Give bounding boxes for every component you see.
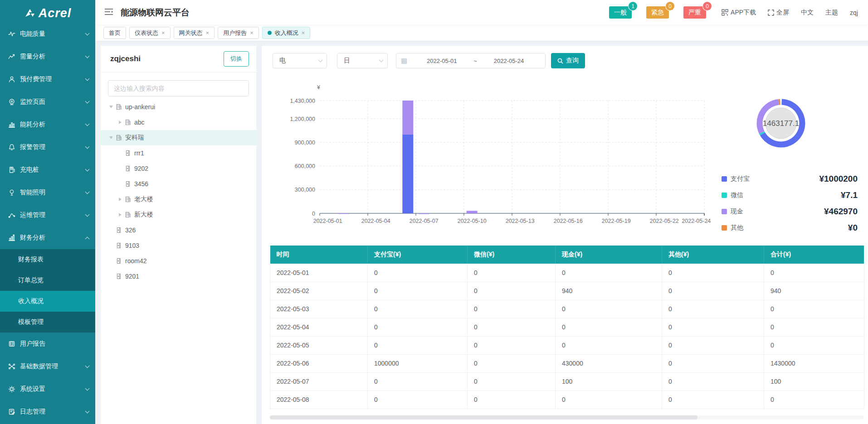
- sidebar-item-7[interactable]: 充电桩: [0, 159, 95, 181]
- language-switcher[interactable]: 中文: [801, 9, 814, 17]
- collapse-arrow-icon[interactable]: [119, 213, 122, 217]
- table-cell: 2022-05-08: [270, 390, 368, 409]
- tree-node-label: 326: [125, 226, 136, 234]
- alarm-count-badge: 1: [629, 2, 637, 10]
- acrel-logo: Acrel: [0, 0, 95, 23]
- sidebar-item-1[interactable]: 电能质量: [0, 23, 95, 45]
- alarm-pill-一般[interactable]: 一般 1: [609, 6, 632, 19]
- sidebar-subitem-财务报表[interactable]: 财务报表: [0, 249, 95, 270]
- energy-type-select[interactable]: 电: [273, 53, 327, 68]
- tree-node-老大楼[interactable]: 老大楼: [101, 192, 256, 207]
- table-row[interactable]: 2022-05-02009400940: [270, 282, 864, 300]
- tab-首页[interactable]: 首页: [103, 27, 126, 39]
- table-cell: 0: [468, 336, 556, 354]
- close-tab-icon[interactable]: ×: [206, 29, 210, 36]
- query-button[interactable]: 查询: [551, 53, 585, 68]
- sidebar-item-11[interactable]: 用户报告: [0, 332, 95, 355]
- table-row[interactable]: 2022-05-0500000: [270, 336, 864, 354]
- sidebar-item-13[interactable]: 系统设置: [0, 378, 95, 400]
- sidebar-item-9[interactable]: 运维管理: [0, 204, 95, 226]
- tree-node-room42[interactable]: room42: [101, 253, 256, 269]
- sidebar-item-4[interactable]: 监控页面: [0, 91, 95, 113]
- collapse-arrow-icon[interactable]: [119, 120, 122, 124]
- tree-search-input[interactable]: [108, 80, 249, 96]
- alarm-pill-紧急[interactable]: 紧急 0: [646, 6, 669, 19]
- log-icon: [8, 408, 15, 415]
- switch-button[interactable]: 切换: [224, 51, 249, 67]
- period-select[interactable]: 日: [337, 53, 388, 68]
- expand-arrow-icon[interactable]: [109, 106, 113, 108]
- close-tab-icon[interactable]: ×: [161, 29, 165, 36]
- table-cell: 430000: [556, 354, 662, 372]
- tree-node-9201[interactable]: 9201: [101, 269, 256, 284]
- chevron-down-icon: [318, 58, 323, 63]
- tree-node-新大楼[interactable]: 新大楼: [101, 207, 256, 222]
- table-horizontal-scrollbar[interactable]: [270, 415, 864, 419]
- sidebar-item-label: 财务分析: [20, 234, 86, 242]
- fullscreen-link[interactable]: 全屏: [768, 9, 789, 17]
- donut-legend: 支付宝 ¥1000200 微信 ¥7.1 现金 ¥462970 其他 ¥0: [722, 171, 858, 236]
- theme-switcher[interactable]: 主题: [825, 9, 838, 17]
- table-row[interactable]: 2022-05-0800000: [270, 390, 864, 409]
- tab-label: 用户报告: [223, 29, 247, 37]
- user-icon: [8, 76, 15, 83]
- table-cell: 0: [368, 336, 468, 354]
- sidebar-item-label: 充电桩: [20, 166, 86, 174]
- tree-node-326[interactable]: 326: [101, 222, 256, 238]
- table-cell: 0: [368, 390, 468, 409]
- legend-item-支付宝[interactable]: 支付宝 ¥1000200: [722, 171, 858, 187]
- sidebar-item-6[interactable]: 报警管理: [0, 136, 95, 159]
- legend-label: 其他: [731, 224, 743, 232]
- tree-node-9202[interactable]: 9202: [101, 161, 256, 176]
- user-menu[interactable]: zqj: [850, 9, 858, 16]
- tree-node-9103[interactable]: 9103: [101, 238, 256, 253]
- close-tab-icon[interactable]: ×: [250, 29, 254, 36]
- sidebar-item-8[interactable]: 智能照明: [0, 181, 95, 204]
- date-separator: ~: [473, 58, 477, 64]
- sidebar-subitem-模板管理[interactable]: 模板管理: [0, 312, 95, 332]
- date-start[interactable]: 2022-05-01: [410, 58, 473, 64]
- legend-value: ¥7.1: [841, 190, 858, 200]
- tab-收入概况[interactable]: 收入概况×: [262, 27, 311, 39]
- sidebar-item-12[interactable]: 基础数据管理: [0, 355, 95, 378]
- sidebar-item-5[interactable]: 能耗分析: [0, 113, 95, 136]
- tree-node-rrr1[interactable]: rrr1: [101, 145, 256, 161]
- tab-仪表状态[interactable]: 仪表状态×: [129, 27, 171, 39]
- date-end[interactable]: 2022-05-24: [477, 58, 541, 64]
- close-tab-icon[interactable]: ×: [302, 29, 305, 36]
- expand-arrow-icon[interactable]: [109, 136, 113, 139]
- tab-网关状态[interactable]: 网关状态×: [174, 27, 215, 39]
- sidebar-item-14[interactable]: 日志管理: [0, 400, 95, 423]
- legend-color-dot: [722, 193, 727, 198]
- table-row[interactable]: 2022-05-061000000043000001430000: [270, 354, 864, 372]
- table-row[interactable]: 2022-05-0100000: [270, 264, 864, 282]
- legend-item-现金[interactable]: 现金 ¥462970: [722, 203, 858, 220]
- sidebar-subitem-订单总览[interactable]: 订单总览: [0, 270, 95, 291]
- table-row[interactable]: 2022-05-0300000: [270, 300, 864, 318]
- legend-item-微信[interactable]: 微信 ¥7.1: [722, 187, 858, 203]
- device-icon: [115, 226, 122, 234]
- collapse-arrow-icon[interactable]: [119, 198, 122, 201]
- table-row[interactable]: 2022-05-0400000: [270, 318, 864, 336]
- sidebar-item-3[interactable]: 预付费管理: [0, 68, 95, 91]
- sidebar-subitem-收入概况[interactable]: 收入概况: [0, 291, 95, 312]
- table-row[interactable]: 2022-05-07001000100: [270, 372, 864, 390]
- tree-node-label: 9103: [125, 242, 139, 249]
- tab-label: 收入概况: [275, 29, 298, 37]
- sidebar-item-10[interactable]: 财务分析: [0, 226, 95, 249]
- table-vertical-scrollbar[interactable]: [864, 246, 868, 409]
- sidebar-item-2[interactable]: 需量分析: [0, 45, 95, 68]
- tree-node-abc[interactable]: abc: [101, 115, 256, 130]
- active-tab-dot: [268, 31, 272, 35]
- tree-node-安科瑞[interactable]: 安科瑞: [101, 130, 256, 145]
- tree-node-label: 安科瑞: [125, 134, 144, 142]
- legend-item-其他[interactable]: 其他 ¥0: [722, 220, 858, 236]
- tab-用户报告[interactable]: 用户报告×: [218, 27, 259, 39]
- tree-node-up-ankerui[interactable]: up-ankerui: [101, 99, 256, 115]
- collapse-menu-icon[interactable]: [104, 8, 113, 17]
- app-download-link[interactable]: APP下载: [722, 9, 756, 17]
- table-header-cell: 其他(¥): [662, 246, 764, 264]
- date-range-picker[interactable]: ▦ 2022-05-01 ~ 2022-05-24: [396, 53, 546, 68]
- tree-node-3456[interactable]: 3456: [101, 176, 256, 192]
- alarm-pill-严重[interactable]: 严重 0: [683, 6, 706, 19]
